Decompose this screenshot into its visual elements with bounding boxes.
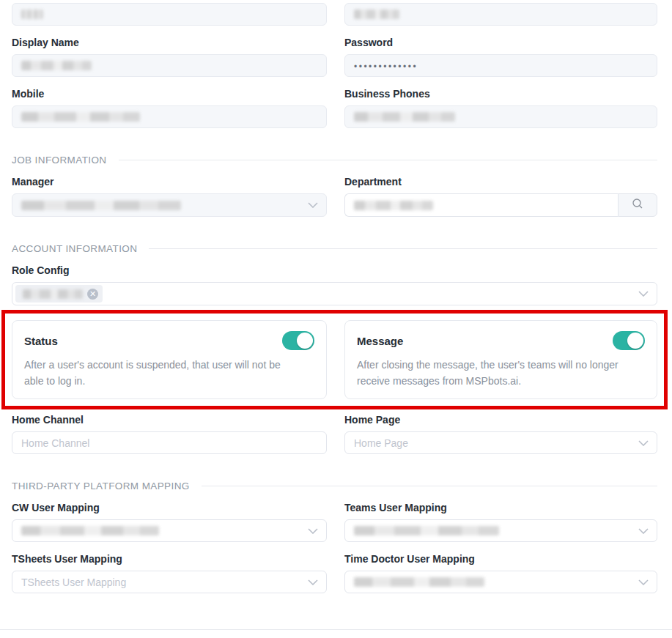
home-page-select[interactable]: Home Page — [344, 431, 657, 454]
home-channel-label: Home Channel — [12, 414, 327, 426]
redacted-value — [354, 577, 484, 587]
redacted-value — [21, 526, 159, 535]
tsheets-placeholder: TSheets User Mapping — [21, 576, 126, 588]
section-title: JOB INFORMATION — [12, 155, 107, 166]
business-phones-label: Business Phones — [344, 88, 657, 100]
home-page-label: Home Page — [344, 414, 657, 426]
section-divider — [202, 486, 657, 486]
status-toggle[interactable] — [282, 331, 314, 350]
display-name-field[interactable] — [12, 54, 327, 77]
role-config-label: Role Config — [12, 264, 657, 276]
section-title: THIRD-PARTY PLATFORM MAPPING — [12, 481, 190, 492]
section-divider — [119, 160, 658, 160]
section-title: ACCOUNT INFORMATION — [12, 243, 137, 254]
chevron-down-icon — [308, 528, 318, 534]
redacted-value — [23, 289, 83, 299]
job-information-section-heading: JOB INFORMATION — [12, 155, 657, 166]
username-field[interactable] — [12, 3, 327, 26]
department-search-button[interactable] — [618, 193, 657, 217]
message-card: Message After closing the message, the u… — [344, 320, 657, 399]
chevron-down-icon — [308, 202, 318, 208]
display-name-label: Display Name — [12, 37, 327, 48]
message-title: Message — [357, 335, 403, 347]
third-party-section-heading: THIRD-PARTY PLATFORM MAPPING — [12, 481, 657, 492]
teams-user-mapping-select[interactable] — [344, 519, 657, 542]
home-channel-field[interactable] — [12, 431, 327, 454]
status-title: Status — [24, 335, 58, 347]
message-toggle[interactable] — [613, 331, 645, 350]
password-field[interactable]: ••••••••••••• — [344, 54, 657, 77]
role-config-multiselect[interactable]: ✕ — [12, 282, 657, 305]
redacted-value — [21, 10, 43, 19]
section-divider — [149, 248, 657, 249]
search-icon — [632, 198, 643, 212]
cw-user-mapping-label: CW User Mapping — [12, 502, 327, 513]
mobile-label: Mobile — [12, 88, 327, 100]
redacted-value — [354, 201, 433, 210]
redacted-value — [354, 10, 399, 19]
role-tag: ✕ — [15, 285, 103, 303]
email-field[interactable] — [344, 3, 657, 26]
business-phones-field[interactable] — [344, 105, 657, 128]
redacted-value — [354, 526, 499, 535]
redacted-value — [21, 112, 140, 122]
teams-user-mapping-label: Teams User Mapping — [344, 502, 657, 513]
time-doctor-user-mapping-select[interactable] — [344, 571, 657, 593]
home-channel-input[interactable] — [21, 437, 317, 449]
department-input[interactable] — [344, 193, 618, 217]
edit-user-form: Display Name Password ••••••••••••• Mobi… — [0, 0, 672, 604]
tsheets-user-mapping-label: TSheets User Mapping — [12, 553, 327, 565]
password-masked-value: ••••••••••••• — [354, 59, 418, 72]
manager-select[interactable] — [12, 193, 327, 217]
password-label: Password — [344, 37, 657, 48]
chevron-down-icon — [638, 440, 649, 446]
manager-label: Manager — [12, 176, 327, 188]
status-description: After a user's account is suspended, tha… — [24, 357, 294, 389]
chevron-down-icon — [638, 579, 649, 585]
tsheets-user-mapping-select[interactable]: TSheets User Mapping — [12, 571, 327, 593]
chevron-down-icon — [308, 579, 318, 585]
mobile-field[interactable] — [12, 105, 327, 128]
time-doctor-user-mapping-label: Time Doctor User Mapping — [344, 553, 657, 565]
remove-tag-icon[interactable]: ✕ — [87, 289, 98, 300]
message-description: After closing the message, the user's te… — [357, 357, 627, 389]
redacted-value — [354, 112, 455, 122]
redacted-value — [21, 61, 92, 70]
cw-user-mapping-select[interactable] — [12, 519, 327, 542]
toggle-knob — [297, 333, 313, 349]
home-page-placeholder: Home Page — [354, 437, 408, 449]
chevron-down-icon — [638, 291, 649, 297]
department-label: Department — [344, 176, 657, 188]
chevron-down-icon — [638, 528, 649, 534]
dialog-footer: Cancel Confirm — [0, 629, 672, 638]
annotation-highlight-box: Status After a user's account is suspend… — [1, 310, 668, 409]
account-information-section-heading: ACCOUNT INFORMATION — [12, 243, 657, 254]
redacted-value — [21, 201, 181, 210]
toggle-knob — [627, 333, 643, 349]
status-card: Status After a user's account is suspend… — [12, 320, 327, 399]
